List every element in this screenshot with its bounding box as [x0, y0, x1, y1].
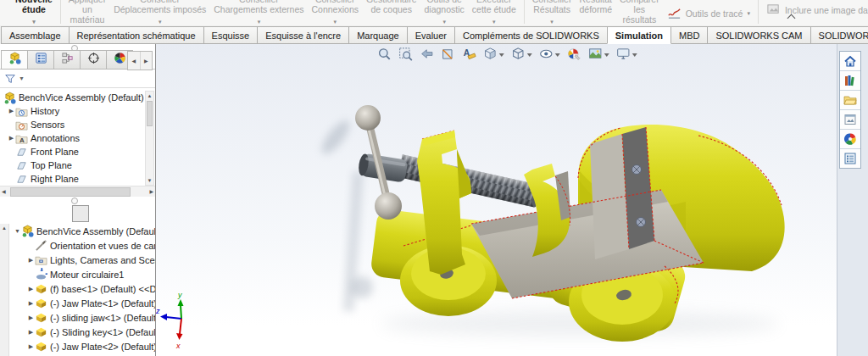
feature-tree-row[interactable]: ▶ History [2, 104, 144, 118]
window-control-icon[interactable] [850, 29, 861, 40]
scroll-right-icon[interactable]: ▶ [149, 188, 153, 194]
expand-arrow-icon[interactable]: ▶ [8, 108, 15, 114]
window-control-icon[interactable] [792, 29, 803, 40]
ribbon-item[interactable]: Appliquerunmatériau [69, 0, 106, 25]
ribbon-item[interactable]: Outils de tracé ▾ [667, 3, 750, 24]
manager-tab-icon [114, 52, 126, 68]
ribbon-item[interactable]: ConseillerRésultats ▾ [532, 0, 572, 25]
expand-arrow-icon[interactable]: ▶ [27, 286, 35, 292]
sim-tree-row[interactable]: ▶ (-) sliding jaw<1> (Default) < [2, 310, 155, 325]
feature-tree-row[interactable]: Front Plane [2, 145, 144, 159]
tree-display-filter-icon[interactable] [129, 207, 142, 220]
ribbon-tab[interactable]: Marquage [348, 26, 408, 44]
scroll-thumb[interactable] [10, 187, 131, 197]
ribbon-item[interactable]: Nouvelleétude ▾ [15, 0, 53, 25]
headsup-tool[interactable] [510, 47, 531, 61]
window-control-icon[interactable] [831, 29, 842, 40]
task-pane-tab[interactable] [840, 149, 860, 168]
headsup-tool[interactable] [587, 47, 609, 61]
ribbon-item-label: Appliquerunmatériau [69, 0, 106, 25]
manager-tab[interactable] [53, 50, 81, 70]
headsup-tool[interactable] [615, 47, 637, 61]
expand-arrow-icon[interactable]: ▼ [14, 228, 21, 234]
sim-tree-row[interactable]: ▶ (-) Jaw Plate<2> (Default) << [2, 339, 155, 353]
sim-tree-row[interactable]: ▼ BenchVice Assembly (Default) <D [2, 224, 155, 238]
ribbon-item[interactable]: Outils dediagnostic ▾ [425, 0, 465, 25]
tree-display-filter-icon[interactable] [111, 207, 125, 220]
scroll-thumb[interactable] [147, 101, 153, 126]
tree-display-filter-icon[interactable] [72, 205, 89, 222]
task-pane-tab[interactable] [840, 71, 860, 91]
manager-tab-icon [87, 52, 100, 68]
ribbon-tab[interactable]: Esquisse à l'encre [257, 26, 349, 44]
filter-funnel-icon[interactable] [4, 73, 16, 85]
ribbon-item[interactable]: ConseillerConnexions ▾ [312, 0, 359, 25]
expand-arrow-icon[interactable]: ▶ [27, 300, 35, 307]
sim-tree-row[interactable]: ▶ (f) base<1> (Default) <<Defa [2, 281, 155, 296]
expand-arrow-icon[interactable]: ▶ [27, 257, 35, 264]
headsup-tool[interactable] [566, 47, 581, 61]
sim-tree-row[interactable]: Moteur circulaire1 [2, 267, 155, 281]
expand-arrow-icon[interactable]: ▶ [27, 314, 35, 321]
feature-tree-row[interactable]: Right Plane [2, 172, 144, 186]
headsup-tool[interactable] [376, 47, 391, 61]
tree-display-filter-icon[interactable] [147, 207, 155, 220]
scroll-left-icon[interactable]: ◀ [2, 188, 6, 194]
feature-tree-row[interactable]: BenchVice Assembly (Default) <Displa [2, 91, 144, 104]
scroll-down-icon[interactable]: ▼ [146, 176, 153, 185]
ribbon-tab[interactable]: Evaluer [407, 26, 455, 44]
ribbon-item[interactable]: Inclure une image dans le rapport [766, 3, 868, 17]
3d-model-bench-vice[interactable]: y z x [156, 44, 837, 356]
tree-vertical-scrollbar[interactable]: ▲ ▼ [145, 91, 154, 186]
ribbon-item[interactable]: Comparerlesrésultats [620, 0, 659, 25]
feature-tree-row[interactable]: Top Plane [2, 159, 144, 172]
headsup-tool[interactable] [538, 47, 559, 61]
headsup-tool[interactable] [482, 47, 504, 61]
ribbon-item[interactable]: Exécutercette étude ▾ [472, 0, 516, 25]
window-control-icon[interactable] [811, 29, 822, 40]
sim-tree-row[interactable]: ▶ Lights, Cameras and Scene [2, 253, 155, 267]
ribbon-item[interactable]: Gestionnairede coques [366, 0, 417, 14]
sim-tree-row[interactable]: Orientation et vues de camér [2, 238, 155, 253]
ribbon-tab[interactable]: Assemblage [1, 26, 70, 44]
expand-arrow-icon[interactable]: ▶ [27, 343, 35, 350]
task-pane-tab[interactable] [840, 91, 860, 110]
tree-item-icon [35, 268, 47, 281]
sim-tree-row[interactable]: ▶ (-) Sliding key<1> (Default) < [2, 325, 155, 339]
window-control-icon[interactable] [772, 29, 783, 40]
tree-display-filter-icon[interactable] [93, 207, 107, 220]
expand-arrow-icon[interactable]: ▶ [27, 329, 35, 336]
task-pane-tab[interactable] [840, 52, 860, 71]
feature-tree-row[interactable]: ▶ A Annotations [2, 131, 144, 145]
ribbon-tab[interactable]: Représentation schématique [69, 26, 204, 44]
headsup-tool[interactable] [398, 47, 412, 61]
ribbon-tab[interactable]: Esquisse [203, 26, 259, 44]
ribbon-item[interactable]: ConseillerChargements externes ▾ [214, 0, 303, 25]
headsup-tool[interactable] [440, 47, 454, 61]
sim-tree-row[interactable]: ▶ (-) Jaw Plate<1> (Default) << [2, 296, 155, 310]
ribbon-item[interactable]: Résultatdéformé [579, 0, 612, 14]
manager-tab[interactable] [1, 50, 28, 70]
feature-tree-row[interactable]: Sensors [2, 118, 144, 131]
ribbon-item[interactable]: ConseillerDéplacements imposés ▾ [114, 0, 206, 25]
expand-arrow-icon[interactable]: ▶ [8, 135, 15, 142]
headsup-tool[interactable] [419, 47, 433, 61]
headsup-tool[interactable]: A [461, 47, 476, 61]
chevron-down-icon [554, 53, 559, 59]
ribbon-tab[interactable]: MBD [670, 26, 708, 44]
scroll-up-icon[interactable]: ▲ [146, 92, 153, 100]
ribbon-tab[interactable]: Compléments de SOLIDWORKS [454, 26, 608, 44]
graphics-area[interactable]: A [156, 44, 837, 356]
scroll-left-icon[interactable]: ◀ [128, 52, 141, 70]
manager-tab[interactable] [27, 50, 54, 70]
chevron-down-icon: ▾ [550, 17, 554, 25]
collapse-ribbon-chevron-icon[interactable] [788, 14, 795, 20]
tree-horizontal-scrollbar[interactable]: ◀ ▶ [0, 186, 155, 197]
ribbon-tab[interactable]: Simulation [607, 26, 671, 44]
panel-split-handle[interactable] [71, 197, 78, 204]
chevron-down-icon: ▾ [159, 17, 162, 25]
task-pane-tab[interactable] [840, 110, 860, 130]
manager-tab[interactable] [80, 50, 107, 70]
task-pane-tab[interactable] [840, 130, 860, 149]
scroll-right-icon[interactable]: ▶ [141, 52, 153, 70]
